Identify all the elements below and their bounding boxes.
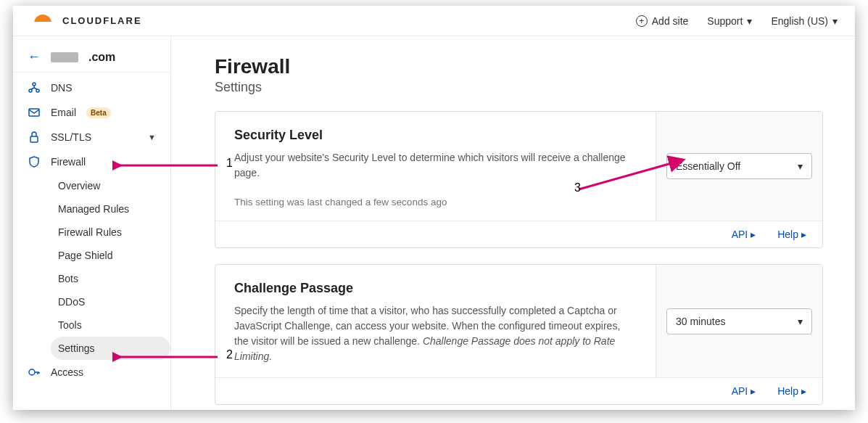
- site-domain-suffix: .com: [88, 51, 115, 64]
- svg-point-0: [33, 83, 36, 86]
- sidebar-item-label: Firewall: [51, 156, 86, 168]
- main-content: Firewall Settings Security Level Adjust …: [171, 36, 855, 410]
- dns-icon: [28, 82, 41, 94]
- subnav-overview[interactable]: Overview: [51, 174, 170, 197]
- add-site-label: Add site: [652, 15, 689, 27]
- svg-rect-3: [29, 109, 39, 116]
- subnav-managed-rules[interactable]: Managed Rules: [51, 197, 170, 221]
- caret-down-icon: ▾: [747, 15, 752, 27]
- sidebar-item-access[interactable]: Access: [13, 360, 170, 385]
- firewall-subnav: Overview Managed Rules Firewall Rules Pa…: [13, 174, 170, 360]
- security-level-card: Security Level Adjust your website's Sec…: [215, 111, 823, 248]
- chevron-down-icon: ▼: [148, 133, 156, 141]
- challenge-passage-card: Challenge Passage Specify the length of …: [215, 264, 823, 405]
- caret-right-icon: ▸: [751, 229, 756, 240]
- brand: CLOUDFLARE: [30, 15, 142, 28]
- help-link[interactable]: Help▸: [777, 229, 806, 240]
- card-title: Security Level: [234, 128, 637, 143]
- subnav-bots[interactable]: Bots: [51, 267, 170, 290]
- sidebar-item-firewall[interactable]: Firewall ▼: [13, 149, 170, 174]
- subnav-settings[interactable]: Settings: [51, 337, 170, 360]
- card-title: Challenge Passage: [234, 281, 637, 296]
- beta-badge: Beta: [86, 107, 111, 118]
- api-link[interactable]: API▸: [732, 385, 756, 397]
- lock-icon: [28, 131, 41, 143]
- card-description: Specify the length of time that a visito…: [234, 303, 637, 364]
- site-selector[interactable]: ← .com: [13, 42, 170, 73]
- chevron-down-icon: ▾: [798, 316, 803, 327]
- site-name-redacted: [51, 52, 78, 62]
- sidebar-item-ssl[interactable]: SSL/TLS ▼: [13, 125, 170, 149]
- language-menu[interactable]: English (US) ▾: [771, 15, 838, 27]
- page-title: Firewall: [215, 55, 823, 78]
- help-link[interactable]: Help▸: [777, 385, 806, 397]
- sidebar-item-label: SSL/TLS: [51, 131, 91, 143]
- caret-right-icon: ▸: [801, 385, 806, 397]
- cloudflare-logo-icon: [30, 15, 55, 28]
- sidebar-nav: DNS Email Beta SSL/TLS ▼: [13, 73, 170, 385]
- subnav-page-shield[interactable]: Page Shield: [51, 244, 170, 267]
- language-label: English (US): [771, 15, 828, 27]
- access-icon: [28, 366, 41, 378]
- security-level-select[interactable]: Essentially Off ▾: [666, 153, 812, 179]
- page-subtitle: Settings: [215, 80, 823, 95]
- caret-right-icon: ▸: [801, 229, 806, 240]
- email-icon: [28, 108, 41, 117]
- sidebar-item-label: Email: [51, 107, 76, 118]
- challenge-passage-select[interactable]: 30 minutes ▾: [666, 308, 812, 334]
- svg-rect-4: [30, 136, 38, 142]
- svg-point-5: [29, 369, 35, 375]
- sidebar-item-label: Access: [51, 366, 83, 378]
- sidebar-item-label: DNS: [51, 82, 73, 94]
- caret-down-icon: ▾: [832, 15, 838, 27]
- select-value: 30 minutes: [676, 316, 725, 327]
- caret-right-icon: ▸: [751, 385, 756, 397]
- sidebar-item-email[interactable]: Email Beta: [13, 100, 170, 125]
- support-menu[interactable]: Support ▾: [707, 15, 752, 27]
- subnav-ddos[interactable]: DDoS: [51, 290, 170, 313]
- header-actions: + Add site Support ▾ English (US) ▾: [636, 15, 838, 27]
- card-description: Adjust your website's Security Level to …: [234, 150, 637, 181]
- card-meta: This setting was last changed a few seco…: [234, 197, 637, 208]
- back-arrow-icon[interactable]: ←: [28, 49, 41, 65]
- top-bar: CLOUDFLARE + Add site Support ▾ English …: [13, 6, 855, 36]
- select-value: Essentially Off: [676, 160, 740, 172]
- subnav-tools[interactable]: Tools: [51, 313, 170, 337]
- api-link[interactable]: API▸: [732, 229, 756, 240]
- sidebar-item-dns[interactable]: DNS: [13, 75, 170, 100]
- shield-icon: [28, 156, 41, 168]
- brand-text: CLOUDFLARE: [62, 15, 142, 26]
- plus-circle-icon: +: [636, 15, 648, 27]
- support-label: Support: [707, 15, 743, 27]
- subnav-firewall-rules[interactable]: Firewall Rules: [51, 221, 170, 244]
- add-site-button[interactable]: + Add site: [636, 15, 689, 27]
- sidebar: ← .com DNS Email Beta: [13, 36, 171, 410]
- chevron-down-icon: ▾: [798, 160, 803, 172]
